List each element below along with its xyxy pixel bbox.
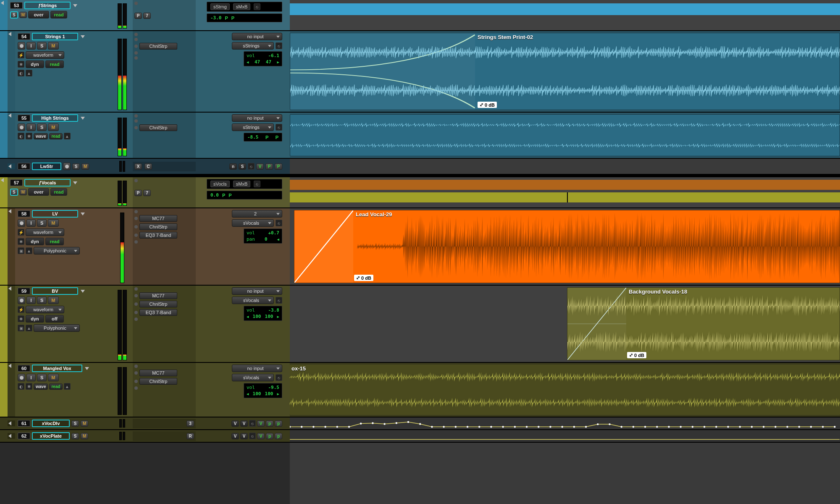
track-number[interactable]: 60: [18, 365, 30, 372]
v-button[interactable]: V: [240, 433, 248, 439]
insert-plugin[interactable]: MC77: [139, 215, 177, 222]
insert-plugin[interactable]: ChnlStrp: [139, 43, 177, 50]
folder-toggle-icon[interactable]: [1, 178, 4, 182]
insert-dot[interactable]: [134, 126, 138, 129]
track-name[interactable]: High Strings: [32, 114, 78, 122]
lane-58[interactable]: Lead Vocal-29 ⤢0 dB: [290, 208, 840, 286]
p-button[interactable]: p: [275, 420, 282, 427]
timebase-icon[interactable]: ◐: [18, 133, 24, 139]
route-icon[interactable]: ⎋: [276, 220, 282, 226]
track-color-strip[interactable]: [0, 31, 8, 112]
track-53[interactable]: 53 ƒStrings S M over read P 7 sStr: [0, 0, 290, 31]
seven-button[interactable]: 7: [143, 190, 151, 196]
automation-mode[interactable]: read: [50, 188, 67, 196]
disclosure-icon[interactable]: [8, 32, 11, 36]
r-button[interactable]: R: [186, 433, 194, 439]
vol-pan-box[interactable]: vol-9.5 ◀ 100100 ▶: [244, 383, 282, 398]
mute-button[interactable]: M: [48, 374, 58, 381]
track-name[interactable]: BV: [32, 287, 78, 295]
lane-61[interactable]: [290, 417, 840, 430]
track-57[interactable]: 57 ƒVocals S M over read P 7 sVocl: [0, 177, 290, 208]
insert-dot[interactable]: [134, 318, 138, 321]
solo-button[interactable]: S: [72, 163, 80, 170]
elastic-icon[interactable]: ▲: [64, 133, 71, 139]
track-61[interactable]: 61 xVocDlv S M 3 V V ⎋ V p p: [0, 417, 290, 430]
x-button[interactable]: X: [134, 163, 142, 170]
freeze-icon[interactable]: ✱: [26, 133, 32, 139]
track-55[interactable]: 55 High Strings I S M ◐ ✱ wave read ▲: [0, 113, 290, 159]
mute-button[interactable]: M: [48, 297, 58, 304]
insert-dot[interactable]: [134, 287, 138, 291]
track-name[interactable]: ƒStrings: [24, 2, 71, 9]
insert-plugin[interactable]: ChnlStrp: [139, 301, 177, 307]
track-number[interactable]: 59: [18, 288, 30, 294]
record-button[interactable]: [18, 123, 25, 131]
p-button[interactable]: P: [275, 163, 282, 170]
elastic-algo[interactable]: Polyphonic: [34, 247, 80, 255]
track-menu-icon[interactable]: [81, 35, 85, 38]
vol-pan-box[interactable]: vol+0.7 pan0◀: [244, 228, 282, 244]
insert-plugin[interactable]: ChnlStrp: [139, 124, 177, 131]
dyn-button[interactable]: dyn: [26, 60, 44, 68]
insert-dot[interactable]: [134, 217, 138, 220]
solo-button[interactable]: S: [37, 42, 47, 50]
disclosure-icon[interactable]: [8, 286, 11, 291]
track-color-strip[interactable]: [0, 363, 8, 417]
insert-plugin[interactable]: MC77: [139, 370, 177, 376]
disclosure-icon[interactable]: [8, 364, 11, 368]
freeze-icon[interactable]: ✱: [26, 383, 32, 390]
v-button[interactable]: V: [257, 420, 265, 427]
disclosure-icon[interactable]: [8, 113, 11, 118]
output-selector[interactable]: sVocals: [232, 297, 274, 304]
pan-left[interactable]: 100: [253, 391, 261, 396]
disclosure-icon[interactable]: [8, 421, 11, 425]
elastic-icon[interactable]: ▲: [26, 247, 32, 254]
record-button[interactable]: [63, 163, 71, 170]
insert-plugin[interactable]: ChnlStrp: [139, 378, 177, 385]
view-selector[interactable]: waveform: [26, 228, 64, 236]
auto-icon[interactable]: ⚡: [18, 229, 24, 236]
input-selector[interactable]: no input: [232, 114, 282, 122]
automation-mode[interactable]: read: [49, 133, 62, 139]
track-59[interactable]: 59 BV I S M ⚡waveform ✱dynoff ▣▲Polyphon…: [0, 286, 290, 363]
freeze-icon[interactable]: ✱: [18, 315, 24, 322]
insert-dot[interactable]: [134, 240, 138, 244]
dyn-button[interactable]: dyn: [26, 315, 44, 323]
route-icon[interactable]: ⎋: [249, 420, 256, 427]
output-selector[interactable]: sVocals: [232, 374, 274, 381]
view-selector[interactable]: wave: [34, 133, 48, 139]
input-selector[interactable]: no input: [232, 33, 282, 40]
seven-button[interactable]: 7: [143, 13, 151, 19]
clip-background-vocals[interactable]: Background Vocals-18 ⤢0 dB: [567, 287, 840, 360]
input-selector[interactable]: no input: [232, 365, 282, 372]
insert-dot[interactable]: [134, 234, 138, 237]
disclosure-icon[interactable]: [8, 164, 11, 168]
pan-left[interactable]: 100: [253, 314, 261, 319]
clip-lead-vocal[interactable]: Lead Vocal-29 ⤢0 dB: [294, 210, 840, 283]
insert-dot[interactable]: [134, 302, 138, 306]
c-button[interactable]: C: [144, 163, 152, 170]
record-button[interactable]: [18, 297, 25, 304]
insert-dot[interactable]: [134, 371, 138, 375]
insert-dot[interactable]: [134, 45, 138, 48]
auto-icon[interactable]: ⚡: [18, 306, 24, 313]
route-icon[interactable]: ⎋: [254, 181, 260, 187]
record-button[interactable]: [18, 42, 25, 50]
route-icon[interactable]: ⎋: [254, 3, 260, 10]
track-name[interactable]: LwStr: [32, 163, 61, 170]
track-name[interactable]: Mangled Vox: [32, 365, 82, 372]
input-button[interactable]: I: [26, 374, 36, 381]
auto-icon[interactable]: ⚡: [18, 52, 24, 58]
automation-mode[interactable]: read: [45, 60, 64, 68]
track-color-strip[interactable]: [0, 177, 8, 207]
solo-button[interactable]: S: [10, 11, 18, 18]
track-menu-icon[interactable]: [81, 290, 85, 293]
insert-plugin[interactable]: EQ3 7-Band: [139, 232, 177, 239]
v-button[interactable]: V: [256, 163, 264, 170]
track-number[interactable]: 54: [18, 33, 30, 40]
clip-gain-badge[interactable]: ⤢0 dB: [627, 352, 646, 358]
clip-gain-badge[interactable]: ⤢0 dB: [354, 275, 373, 281]
dyn-button[interactable]: dyn: [26, 238, 44, 245]
track-name[interactable]: ƒVocals: [24, 179, 71, 186]
n-button[interactable]: n: [229, 163, 237, 170]
